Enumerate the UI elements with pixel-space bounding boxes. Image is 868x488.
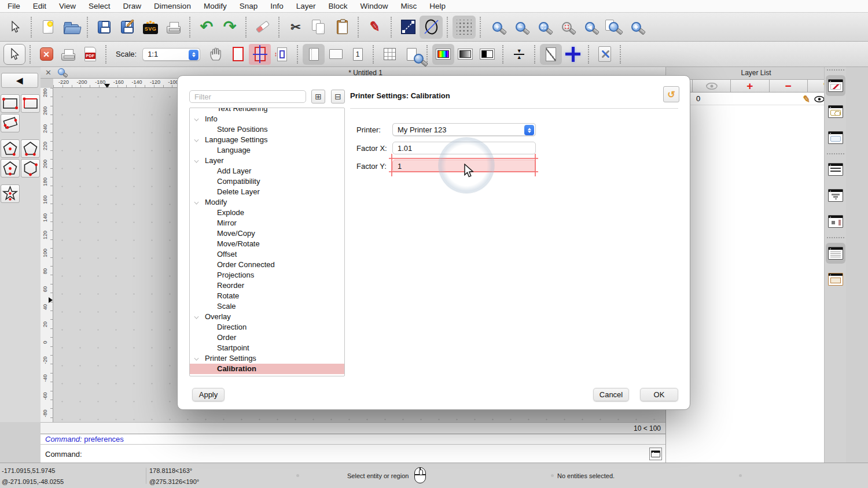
zoom-window-button[interactable] <box>601 16 624 39</box>
chevron-down-icon[interactable] <box>194 315 198 319</box>
settings-tools-button[interactable] <box>594 44 616 65</box>
zoom-auto-button[interactable] <box>532 16 555 39</box>
pointer-button[interactable] <box>3 16 27 39</box>
tree-item-rotate[interactable]: Rotate <box>190 291 344 301</box>
dock-media-button[interactable] <box>826 211 845 232</box>
menu-dimension[interactable]: Dimension <box>154 2 191 10</box>
menu-help[interactable]: Help <box>429 2 446 10</box>
dock-clipboard-button[interactable] <box>826 269 845 290</box>
pointer-button[interactable] <box>3 44 25 65</box>
tree-item-reorder[interactable]: Reorder <box>190 280 344 291</box>
dock-selection-filter-button[interactable] <box>826 185 845 206</box>
menu-snap[interactable]: Snap <box>240 2 258 10</box>
tree-item-offset[interactable]: Offset <box>190 249 344 260</box>
print-button[interactable] <box>57 44 79 65</box>
scale-select[interactable]: 1:1 <box>142 48 200 61</box>
menu-modify[interactable]: Modify <box>204 2 227 10</box>
page-diagonal-button[interactable] <box>540 44 562 65</box>
tree-item-explode[interactable]: Explode <box>190 208 344 218</box>
tree-item-mirror[interactable]: Mirror <box>190 218 344 228</box>
zoom-pan-button[interactable]: ✚ <box>624 16 648 39</box>
star-tool-button[interactable] <box>1 184 20 203</box>
menu-layer[interactable]: Layer <box>296 2 316 10</box>
tree-item-compatibility[interactable]: Compatibility <box>190 176 344 187</box>
color-blackwhite-button[interactable] <box>476 44 498 65</box>
grid-points-button[interactable] <box>453 16 476 39</box>
back-tool-button[interactable]: ◀ <box>1 73 38 88</box>
polygon-center-tool-button[interactable] <box>1 139 20 158</box>
tree-item-overlay[interactable]: Overlay <box>190 312 344 322</box>
polygon-hexagon-tool-button[interactable] <box>21 159 40 178</box>
cut-button[interactable]: ✂ <box>284 16 307 39</box>
tree-item-printer-settings[interactable]: Printer Settings <box>190 353 344 364</box>
pan-hand-button[interactable] <box>205 44 227 65</box>
cancel-button[interactable]: Cancel <box>593 388 629 401</box>
tree-item-move-copy[interactable]: Move/Copy <box>190 228 344 239</box>
open-file-button[interactable] <box>60 16 83 39</box>
menu-block[interactable]: Block <box>329 2 348 10</box>
tree-item-store-positions[interactable]: Store Positions <box>190 124 344 135</box>
menu-file[interactable]: File <box>8 2 20 10</box>
layer-add-button[interactable]: + <box>731 79 769 93</box>
undo-button[interactable]: ↶ <box>195 16 218 39</box>
page-single-button[interactable]: 1 <box>347 44 369 65</box>
menu-select[interactable]: Select <box>89 2 111 10</box>
paper-crosshair-button[interactable] <box>249 44 271 65</box>
reset-button[interactable]: ↺ <box>663 86 679 102</box>
dock-blocks-button[interactable] <box>826 101 845 122</box>
zoom-in-button[interactable]: + <box>486 16 509 39</box>
zoom-out-button[interactable]: − <box>509 16 532 39</box>
menu-draw[interactable]: Draw <box>123 2 142 10</box>
save-button[interactable] <box>93 16 116 39</box>
apply-button[interactable]: Apply <box>192 388 225 401</box>
tree-item-delete-layer[interactable]: Delete Layer <box>190 187 344 197</box>
menu-info[interactable]: Info <box>270 2 284 10</box>
tree-item-modify[interactable]: Modify <box>190 197 344 208</box>
new-file-button[interactable] <box>36 16 60 39</box>
ok-button[interactable]: OK <box>640 388 678 401</box>
tree-item-scale[interactable]: Scale <box>190 301 344 312</box>
tree-item-move-rotate[interactable]: Move/Rotate <box>190 239 344 249</box>
tree-item-calibration[interactable]: Calibration <box>190 364 344 374</box>
ellipse-tool-button[interactable] <box>420 16 443 39</box>
draw-pen-button[interactable]: ✎ <box>363 16 387 39</box>
rect-rotated-tool-button[interactable] <box>1 114 20 132</box>
printer-select[interactable]: My Printer 123 <box>392 123 536 136</box>
page-landscape-button[interactable] <box>325 44 347 65</box>
expand-all-button[interactable]: ⊞ <box>311 90 325 103</box>
redo-button[interactable]: ↷ <box>218 16 241 39</box>
copy-button[interactable] <box>307 16 330 39</box>
menu-view[interactable]: View <box>59 2 76 10</box>
color-full-button[interactable] <box>432 44 454 65</box>
menu-misc[interactable]: Misc <box>401 2 417 10</box>
tree-item-direction[interactable]: Direction <box>190 322 344 332</box>
rect-corner-tool-button[interactable] <box>21 94 40 113</box>
tree-item-language-settings[interactable]: Language Settings <box>190 135 344 145</box>
zoom-previous-button[interactable]: ◀ <box>578 16 601 39</box>
command-line[interactable]: Command: <box>41 444 665 463</box>
layer-edit-icon[interactable]: ✎ <box>801 94 812 104</box>
layer-visibility-button[interactable] <box>693 79 731 93</box>
tree-item-language[interactable]: Language <box>190 145 344 156</box>
tree-item-add-layer[interactable]: Add Layer <box>190 166 344 176</box>
filter-input[interactable] <box>189 90 306 103</box>
dock-pen-properties-button[interactable] <box>826 75 845 96</box>
command-window-toggle-icon[interactable] <box>649 448 662 460</box>
tree-item-projections[interactable]: Projections <box>190 270 344 280</box>
delete-eraser-button[interactable] <box>251 16 274 39</box>
tree-item-order[interactable]: Order <box>190 332 344 343</box>
page-portrait-button[interactable] <box>303 44 325 65</box>
paper-border-button[interactable] <box>227 44 249 65</box>
layer-eye-icon[interactable] <box>814 94 825 104</box>
tree-item-layer[interactable]: Layer <box>190 156 344 166</box>
close-doc-button[interactable]: ✕ <box>35 44 57 65</box>
layer-remove-button[interactable]: − <box>770 79 808 93</box>
chevron-down-icon[interactable] <box>194 158 198 162</box>
export-pdf-button[interactable]: PDF <box>79 44 101 65</box>
chevron-down-icon[interactable] <box>194 356 198 360</box>
tree-item-info[interactable]: Info <box>190 114 344 124</box>
layer-row[interactable]: 0 ✎ <box>666 93 846 105</box>
dock-command-button[interactable] <box>826 243 845 264</box>
menu-edit[interactable]: Edit <box>33 2 46 10</box>
color-grayscale-button[interactable] <box>454 44 476 65</box>
